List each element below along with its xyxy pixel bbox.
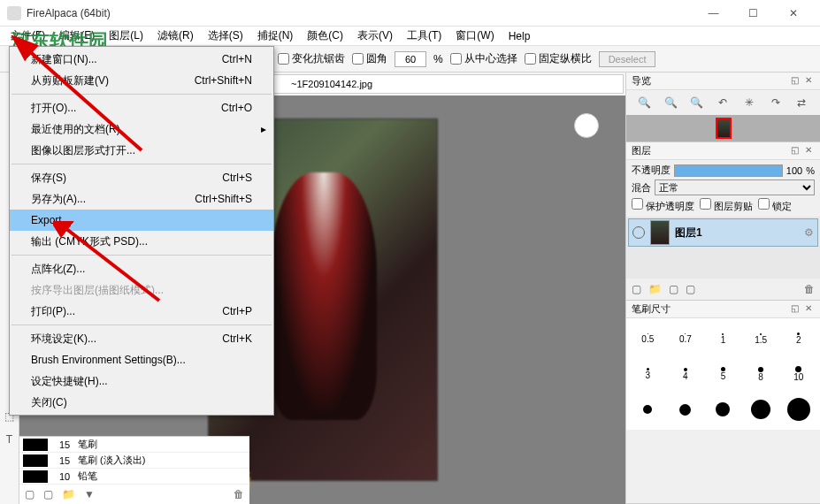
- layer-list: 图层1 ⚙: [626, 217, 820, 279]
- brush-size-cell[interactable]: 1: [705, 322, 741, 355]
- brush-size-cell[interactable]: [630, 393, 666, 426]
- file-menu-item[interactable]: 打开(O)...Ctrl+O: [10, 97, 273, 118]
- clipping-checkbox[interactable]: 图层剪贴: [700, 198, 753, 213]
- file-menu-item[interactable]: 按序导出图层(描图纸模式)...: [10, 279, 273, 301]
- text-tool[interactable]: T: [2, 431, 18, 447]
- file-menu-dropdown: 新建窗口(N)...Ctrl+N从剪贴板新建(V)Ctrl+Shift+N打开(…: [9, 46, 274, 416]
- canvas-badge-icon: [574, 113, 599, 138]
- brush-size-cell[interactable]: [668, 393, 704, 426]
- brush-size-cell[interactable]: [743, 393, 779, 426]
- brush-list-item[interactable]: 15笔刷: [19, 437, 249, 453]
- antialias-option[interactable]: 变化抗锯齿: [278, 51, 345, 66]
- file-menu-item[interactable]: 保存(S)Ctrl+S: [10, 167, 273, 188]
- brush-size-cell[interactable]: [705, 393, 741, 426]
- zoom-in-icon[interactable]: 🔍: [637, 95, 653, 111]
- from-center-option[interactable]: 从中心选择: [450, 51, 517, 66]
- file-menu-item[interactable]: 另存为(A)...Ctrl+Shift+S: [10, 188, 273, 210]
- menu-filter[interactable]: 滤镜(R): [150, 27, 201, 45]
- duplicate-layer-icon[interactable]: ▢: [669, 283, 678, 295]
- protect-alpha-checkbox[interactable]: 保护透明度: [632, 198, 694, 213]
- merge-down-icon[interactable]: ▢: [686, 283, 695, 295]
- panel-undock-icon[interactable]: ◱: [788, 145, 801, 157]
- rotate-reset-icon[interactable]: ✳: [741, 95, 757, 111]
- panel-undock-icon[interactable]: ◱: [788, 75, 801, 88]
- nav-panel-title: 导览: [632, 74, 786, 88]
- layer-item[interactable]: 图层1 ⚙: [628, 218, 818, 247]
- brush-down-icon[interactable]: ▼: [84, 488, 95, 500]
- deselect-button[interactable]: Deselect: [599, 51, 656, 67]
- file-menu-item[interactable]: Brush Environment Settings(B)...: [10, 349, 273, 370]
- layer-settings-icon[interactable]: ⚙: [804, 226, 814, 239]
- menu-color[interactable]: 颜色(C): [300, 27, 350, 45]
- maximize-button[interactable]: ☐: [733, 0, 773, 27]
- menu-select[interactable]: 选择(S): [201, 27, 250, 45]
- duplicate-brush-icon[interactable]: ▢: [43, 488, 53, 500]
- layer-thumbnail: [650, 220, 670, 245]
- layer-panel-title: 图层: [632, 144, 786, 157]
- file-menu-item[interactable]: 设定快捷键(H)...: [10, 370, 273, 392]
- brush-size-cell[interactable]: 5: [705, 357, 741, 391]
- panel-close-icon[interactable]: ✕: [802, 303, 815, 316]
- zoom-out-icon[interactable]: 🔍: [663, 95, 678, 111]
- round-value-input[interactable]: [395, 51, 426, 67]
- opacity-slider[interactable]: [674, 164, 783, 177]
- brush-size-cell[interactable]: [780, 393, 816, 426]
- menu-window[interactable]: 窗口(W): [448, 27, 501, 45]
- new-folder-icon[interactable]: 📁: [648, 283, 662, 295]
- brush-size-cell[interactable]: 8: [743, 357, 779, 391]
- menu-tool[interactable]: 工具(T): [400, 27, 448, 45]
- minimize-button[interactable]: —: [694, 0, 733, 27]
- fixed-ratio-option[interactable]: 固定纵横比: [525, 51, 592, 66]
- brush-size-cell[interactable]: 2: [780, 322, 816, 355]
- panel-close-icon[interactable]: ✕: [802, 75, 815, 88]
- new-layer-icon[interactable]: ▢: [632, 283, 641, 295]
- delete-brush-icon[interactable]: 🗑: [234, 488, 244, 500]
- file-menu-item[interactable]: 关闭(C): [10, 392, 273, 413]
- file-menu-item[interactable]: 点阵化(Z)...: [10, 258, 273, 279]
- file-menu-item[interactable]: 图像以图层形式打开...: [10, 140, 273, 161]
- brush-list-item[interactable]: 15笔刷 (淡入淡出): [19, 453, 249, 469]
- layer-name: 图层1: [675, 225, 799, 241]
- navigation-panel: 导览 ◱ ✕ 🔍 🔍 🔍 ↶ ✳ ↷ ⇄: [626, 73, 820, 142]
- panel-undock-icon[interactable]: ◱: [788, 303, 801, 316]
- panel-close-icon[interactable]: ✕: [802, 145, 815, 157]
- brush-size-cell[interactable]: 0.7: [668, 322, 704, 355]
- menu-layer[interactable]: 图层(L): [102, 27, 150, 45]
- layer-visibility-icon[interactable]: [632, 226, 645, 239]
- rotate-left-icon[interactable]: ↶: [715, 95, 731, 111]
- brush-folder-icon[interactable]: 📁: [62, 488, 75, 500]
- blend-label: 混合: [632, 181, 651, 195]
- brush-size-cell[interactable]: 3: [630, 357, 666, 391]
- nav-thumbnail: [716, 118, 732, 139]
- brush-size-cell[interactable]: 1.5: [743, 322, 779, 355]
- delete-layer-icon[interactable]: 🗑: [804, 283, 815, 295]
- new-brush-icon[interactable]: ▢: [25, 488, 34, 500]
- file-menu-item[interactable]: 输出 (CMYK形式 PSD)...: [10, 231, 273, 252]
- file-menu-item[interactable]: 新建窗口(N)...Ctrl+N: [10, 49, 273, 70]
- round-corner-option[interactable]: 圆角: [352, 51, 387, 66]
- brush-size-cell[interactable]: 10: [780, 357, 816, 391]
- file-menu-item[interactable]: Export...: [10, 210, 273, 231]
- rotate-right-icon[interactable]: ↷: [768, 95, 784, 111]
- filename-label: ~1F209104142.jpg: [291, 79, 372, 89]
- nav-preview[interactable]: [626, 115, 820, 141]
- brush-size-cell[interactable]: 4: [668, 357, 704, 391]
- flip-icon[interactable]: ⇄: [793, 95, 809, 111]
- round-unit: %: [433, 53, 443, 65]
- zoom-fit-icon[interactable]: 🔍: [689, 95, 705, 111]
- blend-mode-select[interactable]: 正常: [655, 179, 815, 195]
- file-menu-item[interactable]: 最近使用的文档(R)▸: [10, 118, 273, 140]
- brush-size-cell[interactable]: 0.5: [630, 322, 666, 355]
- close-button[interactable]: ✕: [773, 0, 813, 27]
- file-menu-item[interactable]: 环境设定(K)...Ctrl+K: [10, 328, 273, 349]
- file-menu-item[interactable]: 打印(P)...Ctrl+P: [10, 301, 273, 322]
- menu-view[interactable]: 表示(V): [350, 27, 400, 45]
- file-menu-item[interactable]: 从剪贴板新建(V)Ctrl+Shift+N: [10, 70, 273, 91]
- menu-bar: 文件(F) 编辑(E) 图层(L) 滤镜(R) 选择(S) 捕捉(N) 颜色(C…: [0, 27, 820, 46]
- brush-list-item[interactable]: 10铅笔: [19, 469, 249, 485]
- opacity-label: 不透明度: [632, 164, 671, 177]
- lock-checkbox[interactable]: 锁定: [758, 198, 792, 213]
- layer-panel: 图层 ◱ ✕ 不透明度 100 % 混合 正常 保护透明度 图层剪贴: [626, 142, 820, 301]
- menu-snap[interactable]: 捕捉(N): [250, 27, 301, 45]
- menu-help[interactable]: Help: [502, 28, 538, 44]
